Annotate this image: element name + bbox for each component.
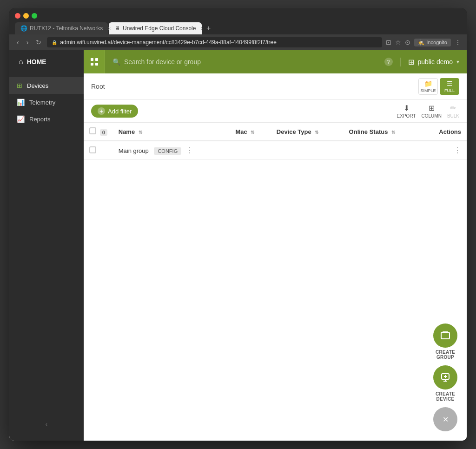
- tab-2-icon: 🖥: [114, 25, 120, 32]
- sidebar-item-reports[interactable]: 📈 Reports: [9, 111, 84, 127]
- browser-window: 🌐 RUTX12 - Teltonika Networks ✕ 🖥 Unwire…: [9, 8, 467, 441]
- home-label: HOME: [27, 58, 46, 66]
- content-area: Root 📁 SIMPLE ☰ FULL: [84, 73, 467, 441]
- close-traffic-light[interactable]: [15, 13, 20, 19]
- bulk-icon: ✏: [450, 104, 456, 112]
- sidebar: ⊞ Devices 📊 Telemetry 📈 Reports ‹: [9, 73, 84, 441]
- add-filter-label: Add filter: [108, 108, 132, 115]
- address-bar: ‹ › ↻ 🔒 admin.wifi.unwired.at/device-man…: [9, 34, 467, 50]
- incognito-label: Incognito: [426, 40, 447, 45]
- device-type-sort-icon[interactable]: ⇅: [315, 130, 318, 135]
- column-button[interactable]: ⊞ COLUMN: [422, 104, 442, 119]
- sidebar-item-devices[interactable]: ⊞ Devices: [9, 77, 84, 94]
- sidebar-collapse-button[interactable]: ‹: [9, 417, 84, 431]
- view-simple-label: SIMPLE: [420, 88, 436, 93]
- cast-button[interactable]: ⊡: [386, 39, 391, 46]
- sidebar-item-telemetry-label: Telemetry: [29, 99, 55, 106]
- workspace-chevron-icon: ▾: [456, 59, 459, 65]
- search-help-button[interactable]: ?: [384, 58, 393, 66]
- main-layout: ⊞ Devices 📊 Telemetry 📈 Reports ‹: [9, 73, 467, 441]
- url-bar[interactable]: 🔒 admin.wifi.unwired.at/device-managemen…: [47, 37, 382, 47]
- folder-icon: 📁: [424, 80, 432, 87]
- breadcrumb: Root: [91, 83, 105, 90]
- export-label: EXPORT: [397, 113, 416, 119]
- workspace-icon: ⊞: [408, 58, 414, 66]
- view-full-button[interactable]: ☰ FULL: [440, 78, 459, 95]
- browser-actions: ⊡ ☆ ⊙ 🕵 Incognito ⋮: [386, 39, 461, 46]
- name-sort-icon[interactable]: ⇅: [139, 130, 142, 135]
- bulk-button[interactable]: ✏ BULK: [447, 104, 459, 119]
- sidebar-item-devices-label: Devices: [27, 82, 48, 89]
- telemetry-icon: 📊: [17, 99, 25, 106]
- tab-1-close[interactable]: ✕: [107, 26, 111, 31]
- view-simple-button[interactable]: 📁 SIMPLE: [418, 78, 438, 95]
- svg-rect-0: [91, 58, 93, 61]
- svg-rect-3: [95, 63, 98, 66]
- row-context-menu-icon[interactable]: ⋮: [186, 146, 193, 154]
- td-actions: ⋮: [421, 141, 467, 160]
- create-group-icon: [440, 330, 450, 341]
- fab-close-button[interactable]: ✕: [433, 407, 457, 431]
- browser-tab-2[interactable]: 🖥 Unwired Edge Cloud Console ✕: [109, 22, 202, 34]
- export-button[interactable]: ⬇ EXPORT: [397, 104, 416, 119]
- create-device-button[interactable]: [433, 365, 457, 390]
- lock-icon: 🔒: [52, 40, 57, 45]
- app-header: ⌂ HOME 🔍 Search for device or group ?: [9, 50, 467, 73]
- row-actions-icon[interactable]: ⋮: [454, 146, 461, 154]
- bookmark-button[interactable]: ☆: [395, 39, 401, 46]
- reports-icon: 📈: [17, 115, 25, 123]
- count-badge: 0: [100, 129, 107, 136]
- close-icon: ✕: [443, 415, 449, 424]
- svg-rect-4: [441, 332, 450, 339]
- create-group-label: CREATEGROUP: [436, 350, 455, 360]
- add-filter-button[interactable]: + Add filter: [91, 105, 138, 118]
- tab-1-title: RUTX12 - Teltonika Networks: [30, 25, 103, 32]
- list-icon: ☰: [447, 80, 453, 87]
- tab-2-title: Unwired Edge Cloud Console: [123, 25, 196, 32]
- search-area: 🔍 Search for device or group ?: [105, 58, 400, 66]
- mac-sort-icon[interactable]: ⇅: [251, 130, 254, 135]
- devices-icon: ⊞: [17, 82, 22, 89]
- reload-button[interactable]: ↻: [34, 38, 43, 47]
- actions-col-label: Actions: [439, 128, 461, 135]
- browser-tab-1[interactable]: 🌐 RUTX12 - Teltonika Networks ✕: [15, 22, 108, 34]
- collapse-icon: ‹: [46, 421, 47, 428]
- apps-button[interactable]: [84, 50, 105, 73]
- svg-rect-2: [91, 63, 93, 66]
- th-mac: Mac ⇅: [230, 123, 271, 141]
- toolbar: + Add filter ⬇ EXPORT ⊞ COLUMN: [84, 100, 467, 123]
- devices-table: 0 Name ⇅ Mac ⇅: [84, 123, 467, 160]
- forward-button[interactable]: ›: [25, 38, 31, 47]
- tab-1-icon: 🌐: [20, 25, 27, 32]
- workspace-selector[interactable]: ⊞ public demo ▾: [400, 58, 467, 66]
- toolbar-actions: ⬇ EXPORT ⊞ COLUMN ✏ BULK: [397, 104, 459, 119]
- th-online-status: Online Status ⇅: [344, 123, 422, 141]
- back-button[interactable]: ‹: [15, 38, 21, 47]
- url-text: admin.wifi.unwired.at/device-management/…: [60, 39, 277, 46]
- export-icon: ⬇: [403, 104, 410, 112]
- home-button[interactable]: ⌂ HOME: [9, 50, 84, 73]
- profile-button[interactable]: ⊙: [405, 39, 410, 46]
- th-name: Name ⇅: [113, 123, 230, 141]
- tab-2-close[interactable]: ✕: [200, 26, 204, 31]
- tabs-bar: 🌐 RUTX12 - Teltonika Networks ✕ 🖥 Unwire…: [15, 22, 461, 34]
- incognito-icon: 🕵: [418, 40, 424, 46]
- sidebar-item-telemetry[interactable]: 📊 Telemetry: [9, 94, 84, 111]
- menu-button[interactable]: ⋮: [455, 39, 461, 46]
- config-badge: CONFIG: [154, 147, 181, 155]
- table-header-row: 0 Name ⇅ Mac ⇅: [84, 123, 467, 141]
- maximize-traffic-light[interactable]: [32, 13, 37, 19]
- th-checkbox: 0: [84, 123, 113, 141]
- create-group-button[interactable]: [433, 324, 457, 348]
- fab-create-group-item: CREATEGROUP: [433, 324, 457, 360]
- minimize-traffic-light[interactable]: [23, 13, 29, 19]
- row-checkbox[interactable]: [89, 146, 96, 153]
- online-status-sort-icon[interactable]: ⇅: [391, 130, 395, 135]
- search-input-wrapper[interactable]: 🔍 Search for device or group: [112, 58, 380, 66]
- td-mac: [230, 141, 271, 160]
- svg-rect-5: [443, 331, 448, 333]
- mac-col-label: Mac: [236, 128, 247, 135]
- new-tab-button[interactable]: +: [203, 22, 214, 34]
- select-all-checkbox[interactable]: [89, 127, 96, 134]
- column-label: COLUMN: [422, 113, 442, 119]
